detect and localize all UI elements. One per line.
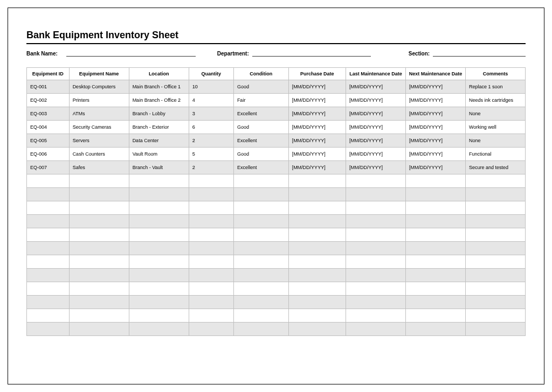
bank-name-field[interactable] <box>66 51 196 57</box>
cell-comments[interactable] <box>466 228 526 242</box>
cell-id[interactable] <box>27 242 70 255</box>
cell-condition[interactable]: Excellent <box>233 161 288 174</box>
cell-purchase[interactable] <box>288 282 346 296</box>
cell-next[interactable]: [MM/DD/YYYY] <box>406 80 466 94</box>
cell-next[interactable]: [MM/DD/YYYY] <box>406 134 466 148</box>
cell-id[interactable] <box>27 296 70 309</box>
cell-next[interactable] <box>406 228 466 242</box>
cell-id[interactable] <box>27 201 70 215</box>
cell-name[interactable]: Security Cameras <box>69 121 129 134</box>
cell-qty[interactable] <box>189 269 233 282</box>
cell-condition[interactable] <box>233 201 288 215</box>
cell-id[interactable] <box>27 255 70 269</box>
cell-comments[interactable] <box>466 269 526 282</box>
cell-comments[interactable]: Working well <box>466 121 526 134</box>
cell-condition[interactable]: Good <box>233 148 288 161</box>
cell-comments[interactable] <box>466 188 526 201</box>
cell-condition[interactable] <box>233 174 288 188</box>
cell-location[interactable] <box>129 282 189 296</box>
cell-name[interactable]: Printers <box>69 94 129 107</box>
cell-comments[interactable] <box>466 323 526 336</box>
cell-purchase[interactable]: [MM/DD/YYYY] <box>288 107 346 121</box>
cell-id[interactable] <box>27 215 70 228</box>
cell-condition[interactable]: Good <box>233 121 288 134</box>
cell-qty[interactable]: 4 <box>189 94 233 107</box>
cell-comments[interactable]: None <box>466 107 526 121</box>
cell-name[interactable] <box>69 215 129 228</box>
cell-last[interactable] <box>346 255 406 269</box>
cell-name[interactable]: ATMs <box>69 107 129 121</box>
cell-location[interactable] <box>129 201 189 215</box>
cell-qty[interactable] <box>189 255 233 269</box>
cell-name[interactable] <box>69 309 129 323</box>
cell-last[interactable] <box>346 296 406 309</box>
cell-name[interactable]: Desktop Computers <box>69 80 129 94</box>
cell-condition[interactable] <box>233 269 288 282</box>
cell-condition[interactable] <box>233 255 288 269</box>
section-field[interactable] <box>433 51 526 57</box>
cell-next[interactable] <box>406 269 466 282</box>
cell-last[interactable]: [MM/DD/YYYY] <box>346 80 406 94</box>
cell-id[interactable] <box>27 309 70 323</box>
cell-condition[interactable] <box>233 242 288 255</box>
cell-location[interactable] <box>129 309 189 323</box>
cell-qty[interactable]: 6 <box>189 121 233 134</box>
cell-last[interactable] <box>346 269 406 282</box>
cell-location[interactable] <box>129 188 189 201</box>
cell-qty[interactable] <box>189 323 233 336</box>
cell-next[interactable]: [MM/DD/YYYY] <box>406 161 466 174</box>
cell-qty[interactable] <box>189 296 233 309</box>
cell-location[interactable] <box>129 269 189 282</box>
cell-purchase[interactable] <box>288 242 346 255</box>
cell-name[interactable]: Servers <box>69 134 129 148</box>
cell-last[interactable] <box>346 201 406 215</box>
cell-last[interactable]: [MM/DD/YYYY] <box>346 161 406 174</box>
cell-next[interactable] <box>406 296 466 309</box>
cell-name[interactable]: Cash Counters <box>69 148 129 161</box>
cell-last[interactable] <box>346 215 406 228</box>
cell-last[interactable]: [MM/DD/YYYY] <box>346 134 406 148</box>
cell-comments[interactable]: None <box>466 134 526 148</box>
cell-name[interactable] <box>69 174 129 188</box>
cell-name[interactable] <box>69 255 129 269</box>
cell-name[interactable] <box>69 282 129 296</box>
cell-location[interactable] <box>129 215 189 228</box>
cell-next[interactable] <box>406 255 466 269</box>
cell-id[interactable] <box>27 323 70 336</box>
cell-next[interactable] <box>406 188 466 201</box>
cell-location[interactable]: Branch - Vault <box>129 161 189 174</box>
cell-location[interactable]: Branch - Exterior <box>129 121 189 134</box>
cell-location[interactable]: Main Branch - Office 1 <box>129 80 189 94</box>
cell-location[interactable] <box>129 174 189 188</box>
department-field[interactable] <box>252 51 371 57</box>
cell-qty[interactable] <box>189 188 233 201</box>
cell-name[interactable] <box>69 201 129 215</box>
cell-name[interactable] <box>69 296 129 309</box>
cell-location[interactable]: Data Center <box>129 134 189 148</box>
cell-id[interactable] <box>27 282 70 296</box>
cell-purchase[interactable] <box>288 309 346 323</box>
cell-purchase[interactable]: [MM/DD/YYYY] <box>288 121 346 134</box>
cell-purchase[interactable] <box>288 174 346 188</box>
cell-purchase[interactable] <box>288 269 346 282</box>
cell-comments[interactable]: Functional <box>466 148 526 161</box>
cell-comments[interactable]: Secure and tested <box>466 161 526 174</box>
cell-purchase[interactable] <box>288 255 346 269</box>
cell-next[interactable]: [MM/DD/YYYY] <box>406 121 466 134</box>
cell-comments[interactable] <box>466 255 526 269</box>
cell-last[interactable]: [MM/DD/YYYY] <box>346 94 406 107</box>
cell-last[interactable]: [MM/DD/YYYY] <box>346 121 406 134</box>
cell-comments[interactable] <box>466 242 526 255</box>
cell-comments[interactable] <box>466 215 526 228</box>
cell-id[interactable]: EQ-003 <box>27 107 70 121</box>
cell-condition[interactable] <box>233 309 288 323</box>
cell-id[interactable] <box>27 269 70 282</box>
cell-qty[interactable] <box>189 215 233 228</box>
cell-last[interactable] <box>346 188 406 201</box>
cell-id[interactable]: EQ-005 <box>27 134 70 148</box>
cell-qty[interactable] <box>189 201 233 215</box>
cell-id[interactable]: EQ-006 <box>27 148 70 161</box>
cell-next[interactable] <box>406 215 466 228</box>
cell-last[interactable] <box>346 282 406 296</box>
cell-qty[interactable]: 2 <box>189 134 233 148</box>
